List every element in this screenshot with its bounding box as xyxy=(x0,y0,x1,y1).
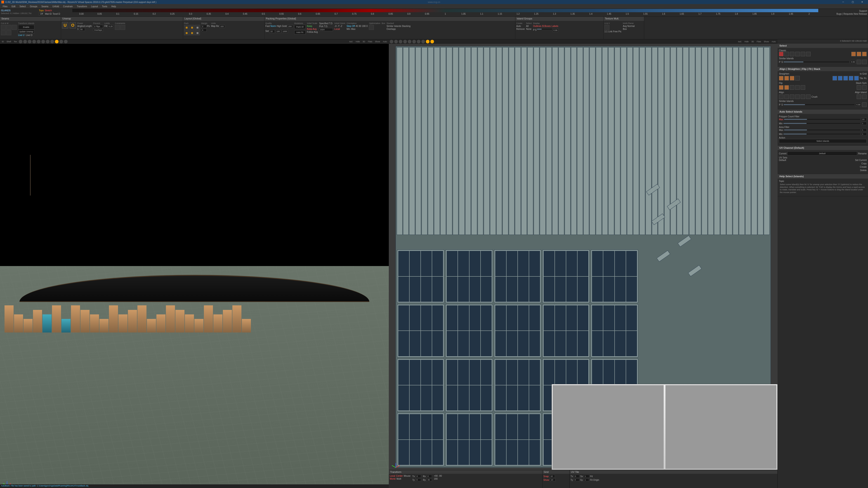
poly-min-value[interactable]: 1 xyxy=(861,122,867,125)
close-icon[interactable] xyxy=(779,52,783,56)
rot-180[interactable]: 180 xyxy=(362,25,366,27)
uv-vertex-icon[interactable] xyxy=(399,40,402,43)
menu-files[interactable]: Files xyxy=(1,5,9,8)
vp-isol[interactable]: Isol. xyxy=(348,40,354,43)
quality-gold[interactable]: Gold xyxy=(282,25,287,28)
poly-min-slider[interactable] xyxy=(783,123,860,124)
uv-shade-icon[interactable] xyxy=(390,40,393,43)
scene-3d[interactable] xyxy=(0,44,389,488)
menu-constrain[interactable]: Constrain xyxy=(61,5,74,8)
optimize-button[interactable]: O xyxy=(70,22,76,29)
pack-icon[interactable]: ▦ xyxy=(184,25,189,30)
contract-icon[interactable] xyxy=(862,60,867,64)
constraint-icon-2[interactable] xyxy=(120,25,125,30)
align-t-icon[interactable] xyxy=(795,94,800,99)
orient-xyz[interactable]: -X -Y -Z xyxy=(334,25,345,27)
flip-icon-4[interactable] xyxy=(795,85,800,90)
straighten-icon-3[interactable] xyxy=(790,76,794,81)
display-bboxes[interactable]: B.Boxes xyxy=(542,25,551,27)
multi-mode[interactable]: Multi xyxy=(397,478,401,480)
texmult-icon[interactable] xyxy=(604,25,610,30)
liveu-toggle[interactable]: Live U xyxy=(18,34,24,36)
align-l-icon[interactable] xyxy=(779,94,783,99)
local-mode[interactable]: Local xyxy=(390,475,395,477)
viewport-uv[interactable]: Isol. Hide 3D Flats Show Auto document.w… xyxy=(389,39,778,488)
sel-orange-icon-2[interactable] xyxy=(857,52,861,56)
crush-btn[interactable]: Crush xyxy=(811,96,817,98)
straighten-icon-4[interactable] xyxy=(795,76,800,81)
poly-min[interactable]: Min xyxy=(779,122,782,125)
shade-icon[interactable] xyxy=(19,40,22,43)
menu-transform[interactable]: Transform xyxy=(75,5,89,8)
menu-help[interactable]: Help xyxy=(110,5,118,8)
flip-icon-5[interactable] xyxy=(801,85,805,90)
tile-origin[interactable]: Fit Origin xyxy=(590,479,599,481)
weld-tool-icon[interactable] xyxy=(6,25,11,30)
area-min-slider[interactable] xyxy=(783,133,860,134)
quality-high[interactable]: High xyxy=(277,25,281,28)
uv-isol[interactable]: Isol. xyxy=(737,40,743,43)
stack-icon[interactable] xyxy=(857,85,861,90)
followavg-toggle[interactable]: Follow Avg xyxy=(307,31,318,33)
bugs-link[interactable]: Bugs | Requests New Release xyxy=(819,13,867,15)
cut-tool-icon[interactable] xyxy=(1,25,6,30)
poly-max-slider[interactable] xyxy=(784,119,860,120)
set-100[interactable]: 100 xyxy=(276,30,281,33)
islands-slider[interactable] xyxy=(537,29,552,30)
select-islands-button[interactable]: Select Islands xyxy=(779,139,867,143)
stack-icon-2[interactable] xyxy=(862,85,867,90)
current-channel[interactable]: Default xyxy=(787,151,857,155)
grid-align-icon-5[interactable] xyxy=(854,76,859,81)
vp-hide[interactable]: Hide xyxy=(355,40,361,43)
seam-island-icon[interactable] xyxy=(6,30,11,35)
margin-val[interactable]: 2 xyxy=(201,25,207,28)
uv-plus-icon[interactable] xyxy=(417,40,421,43)
plus-icon[interactable] xyxy=(46,40,50,43)
pack-icon-4[interactable]: ▦ xyxy=(184,30,189,35)
mode-icon-2[interactable] xyxy=(64,40,68,43)
spacing-val[interactable]: 4 xyxy=(201,29,207,32)
active-mode-icon[interactable] xyxy=(55,40,59,43)
align-b-icon[interactable] xyxy=(806,94,811,99)
create-remove[interactable]: Remove xyxy=(516,28,525,30)
orient-local[interactable]: Local xyxy=(334,28,345,30)
viewport-3d[interactable]: ID Shell Tex Isol. Hide 3D Flats Show Au… xyxy=(0,39,389,488)
grid-align-icon[interactable] xyxy=(833,76,837,81)
similar-slider[interactable] xyxy=(784,61,849,62)
set-1000[interactable]: 1000 xyxy=(282,30,288,33)
set-10[interactable]: 10 xyxy=(270,30,275,33)
keep-toggle[interactable]: Keep xyxy=(307,25,318,27)
menu-edit[interactable]: Edit xyxy=(10,5,17,8)
packall-button[interactable]: Pack All xyxy=(294,25,306,29)
menu-tools[interactable]: Tools xyxy=(100,5,109,8)
setcurrent-btn[interactable]: Set Current xyxy=(855,159,867,161)
align-r-icon[interactable] xyxy=(790,94,794,99)
update-unwrap-button[interactable]: Update Unwrap xyxy=(18,30,34,33)
tile-sy[interactable]: 1 xyxy=(584,478,589,482)
sel-icon-2[interactable] xyxy=(790,52,794,56)
display-outlines[interactable]: Outlines xyxy=(533,25,541,27)
wire-icon[interactable] xyxy=(23,40,27,43)
sel-icon[interactable] xyxy=(784,52,789,56)
expand-icon[interactable] xyxy=(857,60,861,64)
straighten-icon[interactable] xyxy=(779,76,783,81)
tile-fit[interactable]: Fit xyxy=(590,475,593,478)
uv-mode-icon-2[interactable] xyxy=(430,40,434,43)
area-max[interactable]: Max xyxy=(779,129,783,131)
align-c-icon[interactable] xyxy=(784,94,789,99)
overlap-toggle[interactable]: Overlapp xyxy=(386,28,410,30)
sel-orange-icon[interactable] xyxy=(851,52,856,56)
uv-flats[interactable]: Flats xyxy=(756,40,762,43)
vp-show[interactable]: Show xyxy=(374,40,381,43)
mode-icon[interactable] xyxy=(59,40,63,43)
grid-snap[interactable]: Snap xyxy=(544,475,549,478)
world-mode[interactable]: World xyxy=(390,478,396,480)
flip-v-icon[interactable] xyxy=(784,85,789,90)
grid-align-icon-4[interactable] xyxy=(849,76,853,81)
rot-m90[interactable]: -90 xyxy=(438,475,442,477)
select-none[interactable]: None xyxy=(526,28,532,30)
rot-180b[interactable]: 180 xyxy=(434,478,438,480)
mapres-val[interactable]: 102 xyxy=(219,25,225,28)
align-island-icon-2[interactable] xyxy=(862,94,867,99)
rx-value[interactable]: 0 xyxy=(427,475,432,478)
